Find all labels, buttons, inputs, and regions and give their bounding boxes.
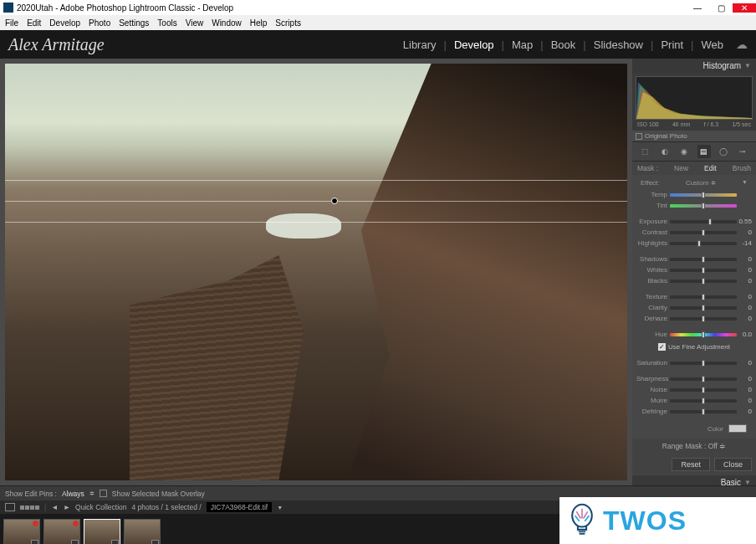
mask-overlay-checkbox[interactable] bbox=[100, 490, 107, 497]
menu-tools[interactable]: Tools bbox=[154, 18, 180, 28]
slider-highlights[interactable]: Highlights-14 bbox=[636, 239, 752, 248]
slider-track[interactable] bbox=[670, 306, 737, 310]
grid-view-icon[interactable] bbox=[20, 506, 39, 510]
gradient-line-bottom[interactable] bbox=[5, 222, 627, 223]
slider-track[interactable] bbox=[670, 377, 737, 381]
histogram-graph[interactable] bbox=[636, 76, 753, 120]
original-photo-toggle[interactable]: Original Photo bbox=[632, 131, 756, 141]
module-print[interactable]: Print bbox=[653, 38, 691, 51]
basic-panel-header[interactable]: Basic ▼ bbox=[632, 475, 756, 485]
show-edit-pins-value[interactable]: Always bbox=[62, 490, 84, 498]
slider-track[interactable] bbox=[670, 204, 737, 208]
slider-sharpness[interactable]: Sharpness0 bbox=[636, 374, 752, 383]
slider-track[interactable] bbox=[670, 269, 737, 272]
mask-label: Mask : bbox=[637, 164, 658, 172]
slider-track[interactable] bbox=[670, 388, 737, 392]
slider-defringe[interactable]: Defringe0 bbox=[636, 407, 752, 416]
thumbnail[interactable] bbox=[124, 519, 161, 544]
close-panel-button[interactable]: Close bbox=[714, 458, 752, 471]
slider-track[interactable] bbox=[670, 258, 737, 261]
module-slideshow[interactable]: Slideshow bbox=[586, 38, 651, 51]
close-button[interactable]: ✕ bbox=[733, 3, 756, 13]
adjustment-pin[interactable] bbox=[331, 198, 338, 204]
menu-scripts[interactable]: Scripts bbox=[272, 18, 304, 28]
watermark-text: TWOS bbox=[603, 506, 687, 536]
module-library[interactable]: Library bbox=[396, 38, 444, 51]
show-edit-pins-label: Show Edit Pins : bbox=[5, 490, 57, 498]
menu-edit[interactable]: Edit bbox=[23, 18, 44, 28]
menu-photo[interactable]: Photo bbox=[85, 18, 114, 28]
panel-collapse-icon[interactable]: ▼ bbox=[742, 179, 748, 187]
checkbox-checked-icon[interactable]: ✓ bbox=[658, 343, 666, 351]
maximize-button[interactable]: ▢ bbox=[709, 3, 733, 13]
menu-window[interactable]: Window bbox=[208, 18, 245, 28]
slider-temp[interactable]: Temp bbox=[636, 190, 752, 199]
radial-tool-icon[interactable]: ◯ bbox=[717, 145, 730, 158]
menu-help[interactable]: Help bbox=[247, 18, 271, 28]
module-web[interactable]: Web bbox=[694, 38, 732, 51]
slider-track[interactable] bbox=[670, 220, 737, 223]
slider-moire[interactable]: Moire0 bbox=[636, 396, 752, 405]
slider-track[interactable] bbox=[670, 231, 737, 234]
thumbnail[interactable] bbox=[43, 519, 80, 544]
slider-saturation[interactable]: Saturation0 bbox=[636, 358, 752, 367]
nav-back-icon[interactable]: ◄ bbox=[51, 503, 58, 511]
reset-button[interactable]: Reset bbox=[672, 458, 710, 471]
use-fine-adjustment[interactable]: ✓ Use Fine Adjustment bbox=[636, 341, 752, 353]
slider-track[interactable] bbox=[670, 242, 737, 245]
slider-track[interactable] bbox=[670, 410, 737, 413]
redeye-tool-icon[interactable]: ◉ bbox=[677, 145, 691, 158]
slider-blacks[interactable]: Blacks0 bbox=[636, 276, 752, 285]
slider-dehaze[interactable]: Dehaze0 bbox=[636, 314, 752, 323]
slider-texture[interactable]: Texture0 bbox=[636, 292, 752, 301]
module-map[interactable]: Map bbox=[504, 38, 540, 51]
slider-hue[interactable]: Hue 0.0 bbox=[636, 330, 752, 339]
slider-contrast[interactable]: Contrast0 bbox=[636, 228, 752, 237]
histogram-header[interactable]: Histogram ▼ bbox=[632, 59, 756, 73]
watermark-overlay: TWOS bbox=[559, 497, 756, 544]
range-mask-row[interactable]: Range Mask : Off ≑ bbox=[632, 439, 756, 454]
color-swatch-row: Color bbox=[636, 421, 752, 436]
menu-settings[interactable]: Settings bbox=[115, 18, 152, 28]
crop-tool-icon[interactable]: ⬚ bbox=[639, 145, 652, 158]
menu-develop[interactable]: Develop bbox=[46, 18, 84, 28]
gradient-tool-icon[interactable]: ▤ bbox=[697, 145, 711, 158]
module-develop[interactable]: Develop bbox=[447, 38, 502, 51]
color-swatch[interactable] bbox=[728, 424, 747, 433]
slider-track[interactable] bbox=[670, 280, 737, 283]
slider-track[interactable] bbox=[670, 295, 737, 299]
thumbnail[interactable] bbox=[3, 519, 40, 544]
slider-tint[interactable]: Tint bbox=[636, 201, 752, 210]
slider-track[interactable] bbox=[670, 317, 737, 321]
slider-track[interactable] bbox=[670, 333, 737, 336]
cloud-sync-icon[interactable]: ☁ bbox=[736, 38, 748, 51]
image-viewer[interactable] bbox=[0, 59, 632, 485]
slider-track[interactable] bbox=[670, 362, 737, 365]
slider-clarity[interactable]: Clarity0 bbox=[636, 303, 752, 312]
checkbox-icon[interactable] bbox=[636, 133, 642, 140]
menu-file[interactable]: File bbox=[2, 18, 22, 28]
brush-tool-icon[interactable]: ⊸ bbox=[736, 145, 749, 158]
slider-shadows[interactable]: Shadows0 bbox=[636, 254, 752, 264]
mask-mode-brush[interactable]: Brush bbox=[733, 164, 751, 172]
gradient-line-mid[interactable] bbox=[5, 201, 627, 202]
slider-track[interactable] bbox=[670, 193, 737, 197]
slider-exposure[interactable]: Exposure0.55 bbox=[636, 217, 752, 226]
gradient-line-top[interactable] bbox=[5, 180, 627, 181]
photo-canvas[interactable] bbox=[5, 64, 627, 480]
effect-row[interactable]: Effect: Custom ≑ ▼ bbox=[636, 177, 752, 188]
module-book[interactable]: Book bbox=[544, 38, 584, 51]
second-window-icon[interactable] bbox=[5, 503, 15, 511]
slider-track[interactable] bbox=[670, 399, 737, 403]
thumbnail-selected[interactable] bbox=[84, 519, 120, 544]
mask-mode-edit[interactable]: Edit bbox=[704, 164, 717, 172]
identity-plate[interactable]: Alex Armitage bbox=[8, 35, 105, 54]
spot-tool-icon[interactable]: ◐ bbox=[658, 145, 672, 158]
slider-noise[interactable]: Noise0 bbox=[636, 385, 752, 394]
menu-view[interactable]: View bbox=[182, 18, 207, 28]
minimize-button[interactable]: — bbox=[686, 3, 709, 13]
collection-name[interactable]: Quick Collection bbox=[75, 503, 126, 511]
mask-mode-new[interactable]: New bbox=[674, 164, 688, 172]
nav-fwd-icon[interactable]: ► bbox=[64, 503, 70, 511]
slider-whites[interactable]: Whites0 bbox=[636, 265, 752, 275]
